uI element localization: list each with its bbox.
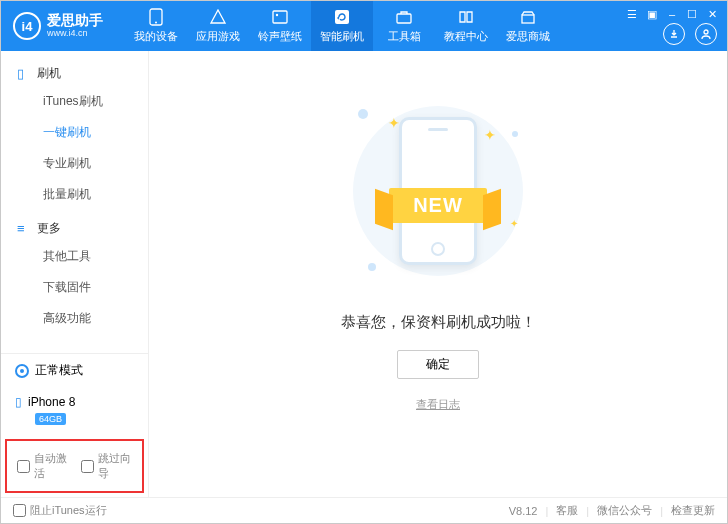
footer-link-update[interactable]: 检查更新 bbox=[671, 503, 715, 518]
checkbox-input[interactable] bbox=[17, 460, 30, 473]
refresh-icon bbox=[333, 8, 351, 26]
sidebar-item-other-tools[interactable]: 其他工具 bbox=[1, 241, 148, 272]
svg-point-1 bbox=[155, 22, 157, 24]
device-info[interactable]: ▯ iPhone 8 64GB bbox=[1, 387, 148, 435]
svg-rect-6 bbox=[522, 15, 534, 23]
group-title: 更多 bbox=[37, 220, 61, 237]
flash-options-highlight: 自动激活 跳过向导 bbox=[5, 439, 144, 493]
top-nav: 我的设备 应用游戏 铃声壁纸 智能刷机 工具箱 教程中心 bbox=[125, 1, 559, 51]
success-illustration: ✦ ✦ ✦ NEW bbox=[328, 91, 548, 291]
phone-small-icon: ▯ bbox=[15, 395, 22, 409]
minimize-icon[interactable]: – bbox=[665, 7, 679, 21]
status-bar: 阻止iTunes运行 V8.12 | 客服 | 微信公众号 | 检查更新 bbox=[1, 497, 727, 523]
block-itunes-checkbox[interactable]: 阻止iTunes运行 bbox=[13, 503, 107, 518]
svg-rect-5 bbox=[397, 14, 411, 23]
image-icon bbox=[271, 8, 289, 26]
checkbox-input[interactable] bbox=[81, 460, 94, 473]
nav-my-device[interactable]: 我的设备 bbox=[125, 1, 187, 51]
nav-ringtones[interactable]: 铃声壁纸 bbox=[249, 1, 311, 51]
new-ribbon: NEW bbox=[358, 180, 518, 230]
group-title: 刷机 bbox=[37, 65, 61, 82]
device-name: iPhone 8 bbox=[28, 395, 75, 409]
main-content: ✦ ✦ ✦ NEW 恭喜您，保资料刷机成功啦！ 确定 查看日志 bbox=[149, 51, 727, 497]
svg-point-3 bbox=[276, 14, 278, 16]
device-mode[interactable]: 正常模式 bbox=[1, 354, 148, 387]
phone-icon: ▯ bbox=[17, 66, 31, 81]
book-icon bbox=[457, 8, 475, 26]
close-icon[interactable]: ✕ bbox=[705, 7, 719, 21]
apps-icon bbox=[209, 8, 227, 26]
nav-label: 爱思商城 bbox=[506, 29, 550, 44]
auto-activate-checkbox[interactable]: 自动激活 bbox=[17, 451, 69, 481]
view-log-link[interactable]: 查看日志 bbox=[416, 397, 460, 412]
footer-link-support[interactable]: 客服 bbox=[556, 503, 578, 518]
logo-icon: i4 bbox=[13, 12, 41, 40]
store-icon bbox=[519, 8, 537, 26]
app-url: www.i4.cn bbox=[47, 29, 103, 39]
nav-label: 我的设备 bbox=[134, 29, 178, 44]
sidebar-item-pro-flash[interactable]: 专业刷机 bbox=[1, 148, 148, 179]
nav-flash[interactable]: 智能刷机 bbox=[311, 1, 373, 51]
checkbox-label: 阻止iTunes运行 bbox=[30, 503, 107, 518]
success-message: 恭喜您，保资料刷机成功啦！ bbox=[341, 313, 536, 332]
window-controls: ☰ ▣ – ☐ ✕ bbox=[625, 7, 719, 21]
footer-link-wechat[interactable]: 微信公众号 bbox=[597, 503, 652, 518]
list-icon: ≡ bbox=[17, 221, 31, 236]
sidebar-item-oneclick-flash[interactable]: 一键刷机 bbox=[1, 117, 148, 148]
svg-rect-2 bbox=[273, 11, 287, 23]
sidebar-item-download-firmware[interactable]: 下载固件 bbox=[1, 272, 148, 303]
toolbox-icon bbox=[395, 8, 413, 26]
sidebar-group-more: ≡ 更多 bbox=[1, 216, 148, 241]
sidebar: ▯ 刷机 iTunes刷机 一键刷机 专业刷机 批量刷机 ≡ 更多 其他工具 下… bbox=[1, 51, 149, 497]
nav-label: 铃声壁纸 bbox=[258, 29, 302, 44]
sidebar-item-advanced[interactable]: 高级功能 bbox=[1, 303, 148, 334]
app-name: 爱思助手 bbox=[47, 13, 103, 28]
nav-label: 应用游戏 bbox=[196, 29, 240, 44]
header: i4 爱思助手 www.i4.cn 我的设备 应用游戏 铃声壁纸 智能刷机 bbox=[1, 1, 727, 51]
checkbox-label: 自动激活 bbox=[34, 451, 69, 481]
download-icon[interactable] bbox=[663, 23, 685, 45]
version-label: V8.12 bbox=[509, 505, 538, 517]
logo[interactable]: i4 爱思助手 www.i4.cn bbox=[1, 12, 115, 40]
nav-store[interactable]: 爱思商城 bbox=[497, 1, 559, 51]
ok-button[interactable]: 确定 bbox=[397, 350, 479, 379]
sidebar-item-itunes-flash[interactable]: iTunes刷机 bbox=[1, 86, 148, 117]
star-icon: ✦ bbox=[484, 127, 496, 143]
svg-rect-4 bbox=[335, 10, 349, 24]
mode-dot-icon bbox=[15, 364, 29, 378]
skip-guide-checkbox[interactable]: 跳过向导 bbox=[81, 451, 133, 481]
maximize-icon[interactable]: ☐ bbox=[685, 7, 699, 21]
nav-label: 智能刷机 bbox=[320, 29, 364, 44]
mode-label: 正常模式 bbox=[35, 362, 83, 379]
device-icon bbox=[147, 8, 165, 26]
nav-label: 工具箱 bbox=[388, 29, 421, 44]
user-icon[interactable] bbox=[695, 23, 717, 45]
checkbox-label: 跳过向导 bbox=[98, 451, 133, 481]
sidebar-item-batch-flash[interactable]: 批量刷机 bbox=[1, 179, 148, 210]
nav-apps[interactable]: 应用游戏 bbox=[187, 1, 249, 51]
nav-toolbox[interactable]: 工具箱 bbox=[373, 1, 435, 51]
ribbon-text: NEW bbox=[389, 188, 487, 223]
svg-point-7 bbox=[704, 30, 708, 34]
skin-icon[interactable]: ▣ bbox=[645, 7, 659, 21]
nav-tutorials[interactable]: 教程中心 bbox=[435, 1, 497, 51]
nav-label: 教程中心 bbox=[444, 29, 488, 44]
storage-badge: 64GB bbox=[35, 413, 66, 425]
checkbox-input[interactable] bbox=[13, 504, 26, 517]
sidebar-group-flash: ▯ 刷机 bbox=[1, 61, 148, 86]
menu-icon[interactable]: ☰ bbox=[625, 7, 639, 21]
